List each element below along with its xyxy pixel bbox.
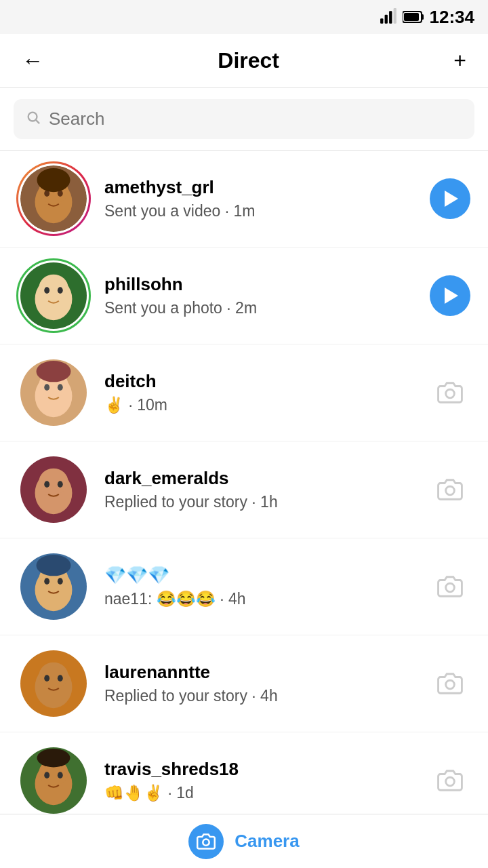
status-bar: 12:34 (0, 0, 488, 34)
camera-button[interactable] (428, 662, 472, 705)
svg-point-44 (58, 675, 63, 682)
camera-bottom-icon (188, 824, 224, 859)
svg-point-30 (44, 481, 49, 488)
msg-username: travis_shreds18 (104, 759, 415, 780)
svg-point-14 (37, 168, 70, 192)
avatar (16, 161, 91, 236)
msg-content: deitch ✌ · 10m (104, 371, 415, 414)
svg-point-49 (44, 772, 49, 778)
status-time: 12:34 (430, 7, 475, 28)
msg-content: phillsohn Sent you a photo · 2m (104, 274, 415, 317)
msg-username: amethyst_grl (104, 177, 415, 198)
camera-button[interactable] (428, 371, 472, 414)
list-item[interactable]: deitch ✌ · 10m (0, 344, 488, 441)
status-icons: 12:34 (380, 7, 475, 28)
msg-preview: Sent you a video · 1m (104, 202, 415, 220)
msg-content: dark_emeralds Replied to your story · 1h (104, 468, 415, 511)
list-item[interactable]: laurenanntte Replied to your story · 4h (0, 635, 488, 732)
add-button[interactable]: + (448, 43, 472, 79)
svg-point-45 (446, 680, 455, 689)
svg-point-52 (446, 777, 455, 786)
msg-username: deitch (104, 371, 415, 392)
signal-icon (380, 8, 397, 26)
list-item[interactable]: 💎💎💎 nae11: 😂😂😂 · 4h (0, 538, 488, 635)
svg-point-38 (37, 555, 71, 576)
search-icon (26, 110, 41, 129)
msg-content: travis_shreds18 👊🤚✌ · 1d (104, 759, 415, 802)
camera-button[interactable] (428, 759, 472, 802)
battery-icon (403, 10, 424, 24)
svg-point-19 (58, 287, 63, 294)
play-button[interactable] (428, 274, 472, 317)
svg-point-18 (44, 287, 49, 294)
msg-username: laurenanntte (104, 662, 415, 683)
svg-point-43 (44, 675, 49, 682)
svg-point-7 (28, 112, 37, 121)
msg-username: dark_emeralds (104, 468, 415, 489)
avatar (16, 549, 91, 624)
svg-point-24 (58, 384, 63, 391)
svg-point-50 (58, 772, 63, 778)
msg-username: 💎💎💎 (104, 565, 415, 586)
svg-rect-3 (393, 8, 396, 24)
top-nav: ← Direct + (0, 34, 488, 88)
msg-preview: Replied to your story · 4h (104, 687, 415, 705)
msg-content: 💎💎💎 nae11: 😂😂😂 · 4h (104, 565, 415, 608)
camera-button[interactable] (428, 565, 472, 608)
list-item[interactable]: phillsohn Sent you a photo · 2m (0, 248, 488, 344)
list-item[interactable]: amethyst_grl Sent you a video · 1m (0, 151, 488, 248)
search-input[interactable] (49, 108, 462, 130)
svg-point-26 (446, 389, 455, 398)
msg-preview: nae11: 😂😂😂 · 4h (104, 590, 415, 608)
list-item[interactable]: dark_emeralds Replied to your story · 1h (0, 441, 488, 538)
msg-username: phillsohn (104, 274, 415, 295)
message-list: amethyst_grl Sent you a video · 1m (0, 151, 488, 868)
svg-rect-5 (422, 14, 424, 20)
svg-point-36 (44, 578, 49, 585)
search-container (0, 88, 488, 151)
svg-point-51 (37, 749, 70, 767)
bottom-bar[interactable]: Camera (0, 814, 488, 868)
svg-point-23 (44, 384, 49, 391)
svg-point-29 (39, 469, 68, 495)
avatar (16, 355, 91, 430)
search-wrap (14, 99, 474, 139)
msg-content: laurenanntte Replied to your story · 4h (104, 662, 415, 705)
svg-point-39 (446, 583, 455, 592)
avatar (16, 452, 91, 527)
svg-point-32 (446, 486, 455, 495)
msg-preview: Sent you a photo · 2m (104, 299, 415, 317)
svg-rect-0 (380, 18, 383, 24)
msg-preview: Replied to your story · 1h (104, 493, 415, 511)
page-title: Direct (218, 48, 279, 73)
msg-preview: 👊🤚✌ · 1d (104, 784, 415, 802)
msg-content: amethyst_grl Sent you a video · 1m (104, 177, 415, 220)
svg-point-60 (203, 839, 209, 845)
svg-rect-2 (389, 11, 392, 23)
msg-preview: ✌ · 10m (104, 396, 415, 414)
camera-label: Camera (235, 831, 299, 852)
play-button[interactable] (428, 177, 472, 220)
svg-point-31 (58, 481, 63, 488)
svg-rect-6 (404, 13, 419, 21)
avatar (16, 258, 91, 333)
svg-point-25 (37, 361, 71, 382)
back-button[interactable]: ← (16, 43, 49, 79)
avatar (16, 646, 91, 721)
camera-button[interactable] (428, 468, 472, 511)
svg-rect-1 (384, 15, 387, 24)
svg-point-37 (58, 578, 63, 585)
svg-point-42 (39, 663, 68, 689)
svg-point-17 (39, 275, 68, 301)
avatar (16, 743, 91, 818)
svg-line-8 (36, 120, 39, 123)
